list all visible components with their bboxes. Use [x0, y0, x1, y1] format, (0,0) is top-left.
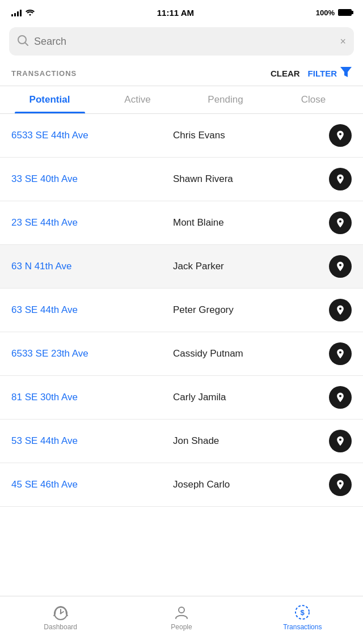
transaction-address: 81 SE 30th Ave	[11, 392, 167, 403]
people-label: People	[171, 623, 192, 631]
search-bar: ×	[9, 27, 354, 56]
transaction-name: Mont Blaine	[167, 217, 329, 228]
bottom-nav: Dashboard People $ Transactions	[0, 596, 363, 644]
transactions-icon: $	[294, 604, 311, 621]
table-row[interactable]: 6533 SE 44th Ave Chris Evans	[0, 114, 363, 158]
nav-dashboard[interactable]: Dashboard	[0, 604, 121, 631]
table-row[interactable]: 63 SE 44th Ave Peter Gregory	[0, 289, 363, 332]
location-button[interactable]	[329, 211, 352, 234]
transaction-name: Cassidy Putnam	[167, 348, 329, 359]
transaction-address: 6533 SE 23th Ave	[11, 348, 167, 359]
section-header: TRANSACTIONS CLEAR FILTER	[0, 61, 363, 86]
transaction-address: 53 SE 44th Ave	[11, 435, 167, 447]
search-input[interactable]	[34, 36, 340, 48]
table-row[interactable]: 81 SE 30th Ave Carly Jamila	[0, 376, 363, 420]
tab-active[interactable]: Active	[94, 86, 182, 113]
transaction-address: 63 N 41th Ave	[11, 261, 167, 272]
transaction-name: Jack Parker	[167, 261, 329, 272]
location-button[interactable]	[329, 168, 352, 190]
location-button[interactable]	[329, 255, 352, 278]
people-icon	[173, 604, 190, 621]
tab-potential[interactable]: Potential	[6, 86, 94, 113]
location-button[interactable]	[329, 430, 352, 452]
transaction-name: Shawn Rivera	[167, 173, 329, 185]
table-row[interactable]: 63 N 41th Ave Jack Parker	[0, 245, 363, 289]
signal-icon	[11, 9, 22, 16]
transaction-name: Jon Shade	[167, 435, 329, 447]
svg-text:$: $	[301, 608, 305, 617]
section-actions: CLEAR FILTER	[271, 67, 352, 80]
dashboard-label: Dashboard	[44, 623, 77, 631]
location-button[interactable]	[329, 473, 352, 496]
search-icon	[17, 35, 28, 48]
location-button[interactable]	[329, 386, 352, 409]
dashboard-icon	[52, 604, 69, 621]
transactions-label: Transactions	[283, 623, 322, 631]
search-clear-button[interactable]: ×	[340, 36, 346, 48]
location-button[interactable]	[329, 342, 352, 365]
transaction-name: Joseph Carlo	[167, 479, 329, 490]
status-left	[11, 8, 35, 18]
tab-closed[interactable]: Close	[269, 86, 357, 113]
table-row[interactable]: 6533 SE 23th Ave Cassidy Putnam	[0, 332, 363, 376]
transaction-address: 63 SE 44th Ave	[11, 304, 167, 316]
table-row[interactable]: 33 SE 40th Ave Shawn Rivera	[0, 158, 363, 201]
nav-people[interactable]: People	[121, 604, 242, 631]
filter-button[interactable]: FILTER	[308, 67, 352, 80]
transaction-name: Carly Jamila	[167, 392, 329, 403]
transaction-list: 6533 SE 44th Ave Chris Evans 33 SE 40th …	[0, 114, 363, 507]
status-time: 11:11 AM	[157, 8, 194, 18]
transaction-address: 6533 SE 44th Ave	[11, 130, 167, 141]
wifi-icon	[25, 8, 35, 18]
filter-icon	[340, 67, 352, 80]
tabs: Potential Active Pending Close	[0, 86, 363, 114]
battery-icon	[338, 9, 352, 16]
location-button[interactable]	[329, 299, 352, 321]
svg-point-3	[60, 613, 61, 615]
transaction-name: Peter Gregory	[167, 304, 329, 316]
transaction-address: 33 SE 40th Ave	[11, 173, 167, 185]
svg-point-6	[179, 607, 184, 613]
transaction-address: 45 SE 46th Ave	[11, 479, 167, 490]
transaction-address: 23 SE 44th Ave	[11, 217, 167, 228]
status-right: 100%	[316, 9, 352, 17]
battery-percentage: 100%	[316, 9, 335, 17]
nav-transactions[interactable]: $ Transactions	[242, 604, 363, 631]
tab-pending[interactable]: Pending	[182, 86, 269, 113]
table-row[interactable]: 23 SE 44th Ave Mont Blaine	[0, 201, 363, 245]
svg-line-1	[25, 43, 28, 45]
location-button[interactable]	[329, 124, 352, 147]
table-row[interactable]: 53 SE 44th Ave Jon Shade	[0, 420, 363, 463]
clear-button[interactable]: CLEAR	[271, 69, 300, 78]
section-title: TRANSACTIONS	[11, 69, 77, 78]
status-bar: 11:11 AM 100%	[0, 0, 363, 25]
transaction-name: Chris Evans	[167, 130, 329, 141]
filter-label: FILTER	[308, 69, 337, 78]
table-row[interactable]: 45 SE 46th Ave Joseph Carlo	[0, 463, 363, 507]
